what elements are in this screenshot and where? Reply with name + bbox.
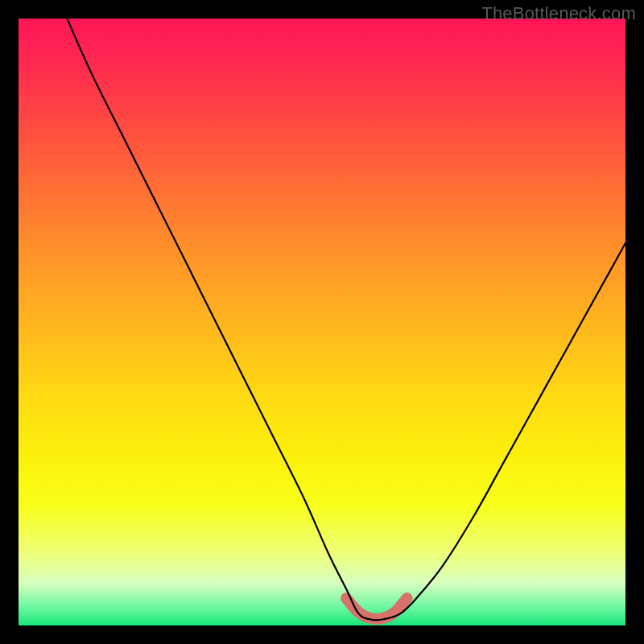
bottleneck-curve-line xyxy=(67,19,625,620)
chart-frame: TheBottleneck.com xyxy=(0,0,644,644)
chart-svg xyxy=(19,19,625,625)
plot-area xyxy=(19,19,625,625)
watermark-text: TheBottleneck.com xyxy=(481,3,636,24)
